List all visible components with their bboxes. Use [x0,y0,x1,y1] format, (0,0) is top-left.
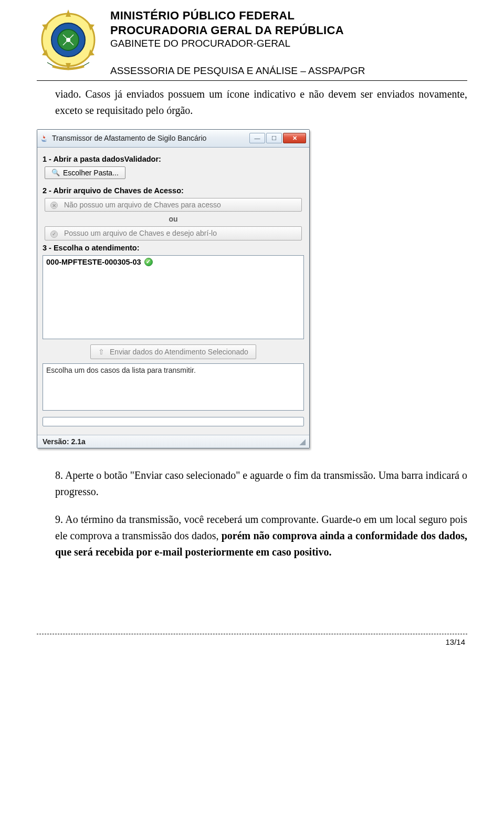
header-line-1: MINISTÉRIO PÚBLICO FEDERAL [110,8,365,23]
header-text-block: MINISTÉRIO PÚBLICO FEDERAL PROCURADORIA … [110,5,365,77]
status-message: Escolha um dos casos da lista para trans… [46,366,196,374]
step3-label: 3 - Escolha o atendimento: [43,244,304,252]
choose-folder-label: Escolher Pasta... [63,169,119,177]
coat-of-arms-icon [37,7,100,76]
letterhead: MINISTÉRIO PÚBLICO FEDERAL PROCURADORIA … [37,5,467,77]
page-number: 13/14 [37,637,465,646]
window-titlebar[interactable]: Transmissor de Afastamento de Sigilo Ban… [37,130,309,148]
atendimento-list[interactable]: 000-MPFTESTE-000305-03 ✓ [43,255,304,339]
has-key-file-label: Possuo um arquivo de Chaves e desejo abr… [64,229,217,237]
no-key-file-button[interactable]: ✕ Não possuo um arquivo de Chaves para a… [45,198,302,212]
send-data-label: Enviar dados do Atendimento Selecionado [110,348,248,356]
item-9: 9. Ao término da transmissão, você receb… [55,511,467,560]
window-body: 1 - Abrir a pasta dadosValidador: 🔍 Esco… [37,148,309,435]
version-label: Versão: 2.1a [43,437,86,446]
ou-separator: ou [43,215,304,223]
footer-separator [37,634,467,634]
window-title: Transmissor de Afastamento de Sigilo Ban… [52,134,249,142]
header-line-3: GABINETE DO PROCURADOR-GERAL [110,37,365,50]
step2-label: 2 - Abrir arquivo de Chaves de Acesso: [43,186,304,195]
upload-icon: ⇧ [98,348,104,356]
transmissor-window: Transmissor de Afastamento de Sigilo Ban… [37,129,310,448]
svg-point-5 [66,38,70,42]
list-item-label: 000-MPFTESTE-000305-03 [46,258,141,266]
no-key-file-label: Não possuo um arquivo de Chaves para ace… [64,201,221,209]
magnifier-icon: 🔍 [51,169,60,176]
java-icon [40,134,49,142]
minimize-button[interactable]: — [249,133,265,143]
progress-bar [43,417,304,426]
send-data-button[interactable]: ⇧ Enviar dados do Atendimento Selecionad… [90,344,256,359]
close-button[interactable]: ✕ [283,133,306,143]
status-message-box: Escolha um dos casos da lista para trans… [43,363,304,411]
item-8: 8. Aperte o botão "Enviar caso seleciona… [55,467,467,500]
intro-paragraph: viado. Casos já enviados possuem um ícon… [55,86,467,119]
resize-grip-icon[interactable]: ◢ [300,437,304,446]
header-subheader: ASSESSORIA DE PESQUISA E ANÁLISE – ASSPA… [110,65,365,77]
check-circle-green-icon: ✓ [144,258,153,266]
window-statusbar: Versão: 2.1a ◢ [37,435,309,448]
check-circle-grey-icon: ✓ [50,231,58,238]
header-rule [37,80,467,81]
step1-label: 1 - Abrir a pasta dadosValidador: [43,155,304,163]
list-item[interactable]: 000-MPFTESTE-000305-03 ✓ [46,258,300,266]
has-key-file-button[interactable]: ✓ Possuo um arquivo de Chaves e desejo a… [45,226,302,240]
header-line-2: PROCURADORIA GERAL DA REPÚBLICA [110,23,365,38]
maximize-button[interactable]: ☐ [266,133,282,143]
cross-circle-icon: ✕ [50,202,58,209]
choose-folder-button[interactable]: 🔍 Escolher Pasta... [45,166,125,179]
